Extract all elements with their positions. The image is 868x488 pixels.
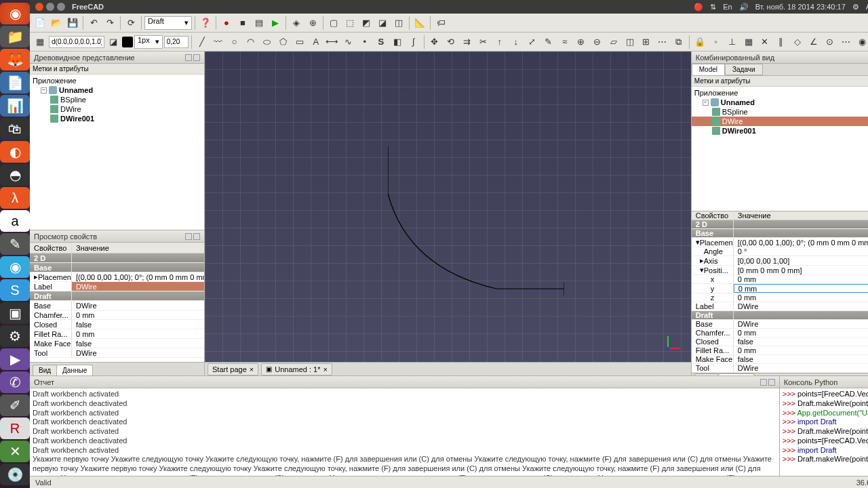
minimize-icon[interactable] bbox=[46, 3, 54, 11]
prop-y[interactable]: y0 mm bbox=[692, 284, 868, 293]
rotate-icon[interactable]: ⟲ bbox=[443, 35, 458, 49]
tree-doc[interactable]: −Unnamed bbox=[692, 98, 868, 107]
software-icon[interactable]: 🛍 bbox=[0, 118, 30, 140]
macro-list-icon[interactable]: ▤ bbox=[252, 16, 267, 30]
bezier-icon[interactable]: ∫ bbox=[406, 35, 421, 49]
tree-item-dwire001[interactable]: DWire001 bbox=[692, 126, 868, 136]
prop-base[interactable]: BaseDWire bbox=[30, 301, 204, 310]
save-icon[interactable]: 💾 bbox=[65, 16, 80, 30]
prop-chamfer[interactable]: Chamfer...0 mm bbox=[30, 310, 204, 320]
line-color[interactable] bbox=[122, 37, 133, 47]
writer-icon[interactable]: 📄 bbox=[0, 72, 30, 94]
macro-stop-icon[interactable]: ■ bbox=[235, 16, 250, 30]
freecad-icon[interactable]: R bbox=[0, 418, 30, 439]
property-view[interactable]: СвойствоЗначение 2 D Base ▸ Placement[(0… bbox=[30, 243, 204, 375]
view-icon[interactable]: ⊕ bbox=[305, 16, 320, 30]
rect-icon[interactable]: ▭ bbox=[292, 35, 307, 49]
close-icon[interactable]: × bbox=[323, 365, 327, 373]
combo-property-view[interactable]: СвойствоЗначение 2 D Base ▾ Placement[(0… bbox=[692, 211, 868, 375]
point-icon[interactable]: • bbox=[357, 35, 372, 49]
polygon-icon[interactable]: ⬠ bbox=[276, 35, 291, 49]
app2-icon[interactable]: ✕ bbox=[0, 441, 30, 462]
float-icon[interactable] bbox=[760, 379, 767, 386]
cut-icon[interactable]: ◩ bbox=[359, 16, 374, 30]
extrude-icon[interactable]: ⬚ bbox=[342, 16, 357, 30]
prop-makeface[interactable]: Make Facefalse bbox=[30, 339, 204, 348]
facebinder-icon[interactable]: ◧ bbox=[390, 35, 405, 49]
maximize-icon[interactable] bbox=[57, 3, 65, 11]
tab-tasks[interactable]: Задачи bbox=[725, 64, 763, 75]
calc-icon[interactable]: 📊 bbox=[0, 95, 30, 117]
snap-ang-icon[interactable]: ∠ bbox=[806, 35, 821, 49]
trimex-icon[interactable]: ✂ bbox=[476, 35, 491, 49]
common-icon[interactable]: ◫ bbox=[391, 16, 406, 30]
tag-icon[interactable]: 🏷 bbox=[433, 16, 448, 30]
downgrade-icon[interactable]: ↓ bbox=[509, 35, 524, 49]
snap-ctr-icon[interactable]: ⊙ bbox=[823, 35, 837, 49]
prop-tool[interactable]: ToolDWire bbox=[692, 364, 868, 373]
edit-icon[interactable]: ✎ bbox=[541, 35, 556, 49]
dash-icon[interactable]: ◉ bbox=[0, 3, 30, 24]
text-icon[interactable]: A bbox=[309, 35, 323, 49]
prop-chamfer[interactable]: Chamfer...0 mm bbox=[692, 329, 868, 338]
lang-indicator[interactable]: En bbox=[723, 3, 732, 11]
close-icon[interactable]: × bbox=[250, 365, 254, 373]
hl-icon[interactable]: λ bbox=[0, 187, 30, 209]
tab-model[interactable]: Model bbox=[692, 64, 725, 75]
firefox-icon[interactable]: 🦊 bbox=[0, 49, 30, 70]
refresh-icon[interactable]: ⟳ bbox=[123, 16, 138, 30]
snap-perp-icon[interactable]: ⊥ bbox=[725, 35, 740, 49]
box-icon[interactable]: ▢ bbox=[326, 16, 341, 30]
color-icon[interactable]: ◪ bbox=[106, 35, 121, 49]
snap-mid-icon[interactable]: ◦ bbox=[709, 35, 724, 49]
arc-icon[interactable]: ◠ bbox=[243, 35, 258, 49]
float-icon[interactable] bbox=[185, 54, 192, 61]
prop-axis[interactable]: ▸ Axis[0,00 0,00 1,00] bbox=[692, 256, 868, 266]
prop-closed[interactable]: Closedfalse bbox=[692, 338, 868, 346]
snap-ext-icon[interactable]: ⋯ bbox=[839, 35, 854, 49]
tree-item-bspline[interactable]: BSpline bbox=[30, 95, 204, 104]
bspline-icon[interactable]: ∿ bbox=[341, 35, 356, 49]
wire-icon[interactable]: 〰 bbox=[211, 35, 226, 49]
amazon-icon[interactable]: a bbox=[0, 210, 30, 232]
dim-icon[interactable]: ⟷ bbox=[325, 35, 340, 49]
prop-x[interactable]: x0 mm bbox=[692, 275, 868, 284]
settings-icon[interactable]: ⚙ bbox=[0, 325, 30, 347]
offset-icon[interactable]: ⇉ bbox=[460, 35, 475, 49]
prop-tool[interactable]: ToolDWire bbox=[30, 348, 204, 358]
tree-app-root[interactable]: Приложение bbox=[692, 88, 868, 98]
ellipse-icon[interactable]: ⬭ bbox=[260, 35, 275, 49]
tab-view[interactable]: Вид bbox=[33, 365, 57, 375]
shapestring-icon[interactable]: S bbox=[374, 35, 389, 49]
files-icon[interactable]: 📁 bbox=[0, 26, 30, 47]
combo-tree[interactable]: Метки и атрибуты Приложение −Unnamed BSp… bbox=[692, 76, 868, 211]
editor-icon[interactable]: ✐ bbox=[0, 394, 30, 416]
datetime[interactable]: Вт. нояб. 18 2014 23:40:17 bbox=[755, 3, 846, 11]
shape2d-icon[interactable]: ▱ bbox=[606, 35, 621, 49]
disk-icon[interactable]: 💿 bbox=[0, 464, 30, 485]
close-panel-icon[interactable] bbox=[193, 54, 200, 61]
prop-placement[interactable]: ▸ Placement[(0,00 0,00 1,00); 0°; (0 mm … bbox=[30, 272, 204, 282]
chromium-icon[interactable]: ◉ bbox=[0, 256, 30, 278]
tree-view[interactable]: Метки и атрибуты Приложение −Unnamed BSp… bbox=[30, 64, 204, 230]
prop-fillet[interactable]: Fillet Ra...0 mm bbox=[30, 329, 204, 339]
measure-icon[interactable]: 📐 bbox=[412, 16, 427, 30]
patharray-icon[interactable]: ⋯ bbox=[655, 35, 670, 49]
snap-par-icon[interactable]: ∥ bbox=[774, 35, 789, 49]
undo-icon[interactable]: ↶ bbox=[86, 16, 101, 30]
snap-grid-icon[interactable]: ▦ bbox=[741, 35, 756, 49]
snap-lock-icon[interactable]: 🔒 bbox=[692, 35, 707, 49]
prop-z[interactable]: z0 mm bbox=[692, 293, 868, 302]
scale-icon[interactable]: ⤢ bbox=[525, 35, 540, 49]
prop-closed[interactable]: Closedfalse bbox=[30, 320, 204, 329]
move-icon[interactable]: ✥ bbox=[427, 35, 442, 49]
tab-unnamed[interactable]: ▣ Unnamed : 1*× bbox=[261, 363, 332, 375]
ubuntu-icon[interactable]: ◐ bbox=[0, 141, 30, 163]
wire2bspline-icon[interactable]: ≈ bbox=[557, 35, 572, 49]
array-icon[interactable]: ⊞ bbox=[639, 35, 654, 49]
plane-icon[interactable]: ▦ bbox=[33, 35, 47, 49]
tree-item-dwire[interactable]: DWire bbox=[30, 104, 204, 114]
snap-int-icon[interactable]: ✕ bbox=[757, 35, 772, 49]
close-panel-icon[interactable] bbox=[193, 233, 200, 240]
prop-placement[interactable]: ▾ Placement[(0,00 0,00 1,00); 0°; (0 mm … bbox=[692, 238, 868, 247]
